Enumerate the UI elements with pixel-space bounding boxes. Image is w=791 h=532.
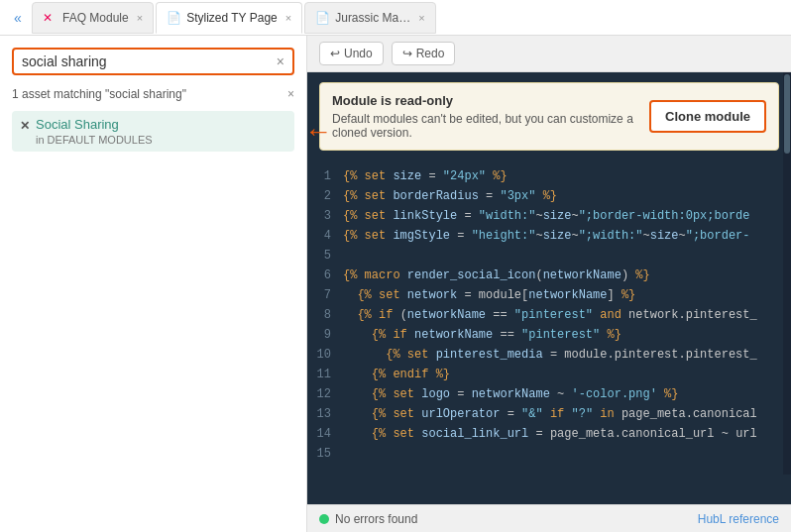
line-content: {% set linkStyle = "width:"~size~";borde…: [343, 206, 791, 226]
search-results-close-button[interactable]: ×: [287, 87, 294, 101]
code-line: 5: [307, 246, 791, 266]
tab-jurassic[interactable]: 📄 Jurassic Ma… ×: [304, 2, 435, 34]
result-location: in DEFAULT MODULES: [36, 134, 153, 146]
line-content: {% set logo = networkName ~ '-color.png'…: [343, 384, 791, 404]
line-number: 2: [307, 186, 343, 206]
code-line: 1 {% set size = "24px" %}: [307, 166, 791, 186]
tab-label: FAQ Module: [62, 11, 129, 25]
line-content: {% set social_link_url = page_meta.canon…: [343, 424, 791, 444]
line-content: {% set network = module[networkName] %}: [343, 285, 791, 305]
line-number: 6: [307, 266, 343, 285]
undo-icon: ↩: [330, 47, 340, 60]
scrollbar-thumb[interactable]: [784, 74, 790, 154]
code-area[interactable]: 1 {% set size = "24px" %} 2 {% set borde…: [307, 160, 791, 504]
search-input[interactable]: social sharing: [22, 53, 277, 69]
clone-module-button[interactable]: Clone module: [649, 100, 766, 133]
line-number: 15: [307, 444, 343, 464]
page-icon: 📄: [167, 11, 180, 25]
no-errors-label: No errors found: [335, 512, 417, 526]
tab-bar: « ✕ FAQ Module × 📄 Stylized TY Page × 📄 …: [0, 0, 791, 36]
banner-title: Module is read-only: [332, 93, 633, 108]
line-content: {% set urlOperator = "&" if "?" in page_…: [343, 404, 791, 424]
redo-label: Redo: [416, 47, 445, 60]
status-left: No errors found: [319, 512, 417, 526]
no-errors-dot: [319, 514, 329, 524]
search-results-info: 1 asset matching "social sharing" ×: [12, 87, 294, 101]
result-content: Social Sharing in DEFAULT MODULES: [36, 117, 153, 146]
line-number: 4: [307, 226, 343, 246]
line-number: 3: [307, 206, 343, 226]
tab-faq-module[interactable]: ✕ FAQ Module ×: [32, 2, 154, 34]
toolbar: ↩ Undo ↪ Redo: [307, 36, 791, 72]
redo-icon: ↪: [402, 47, 412, 60]
code-line: 9 {% if networkName == "pinterest" %}: [307, 325, 791, 345]
undo-label: Undo: [344, 47, 373, 60]
line-content: {% if (networkName == "pinterest" and ne…: [343, 305, 791, 325]
search-result-item[interactable]: ✕ Social Sharing in DEFAULT MODULES ←: [12, 111, 294, 152]
page-icon: 📄: [315, 11, 329, 25]
tab-label: Stylized TY Page: [186, 11, 278, 25]
line-number: 9: [307, 325, 343, 345]
main-layout: social sharing × 1 asset matching "socia…: [0, 36, 791, 532]
code-line: 13 {% set urlOperator = "&" if "?" in pa…: [307, 404, 791, 424]
code-line: 11 {% endif %}: [307, 365, 791, 384]
result-x-icon: ✕: [20, 119, 30, 133]
tab-label: Jurassic Ma…: [335, 11, 410, 25]
undo-button[interactable]: ↩ Undo: [319, 42, 384, 65]
banner-text-area: Module is read-only Default modules can'…: [332, 93, 633, 140]
code-line: 4 {% set imgStyle = "height:"~size~";wid…: [307, 226, 791, 246]
line-number: 11: [307, 365, 343, 384]
code-line: 2 {% set borderRadius = "3px" %}: [307, 186, 791, 206]
line-number: 14: [307, 424, 343, 444]
double-chevron-left-icon: «: [14, 10, 22, 26]
result-name[interactable]: Social Sharing: [36, 117, 153, 132]
hubl-reference-link[interactable]: HubL reference: [698, 512, 779, 526]
collapse-tabs-button[interactable]: «: [4, 4, 32, 32]
code-line: 14 {% set social_link_url = page_meta.ca…: [307, 424, 791, 444]
line-content: {% set pinterest_media = module.pinteres…: [343, 345, 791, 365]
line-number: 1: [307, 166, 343, 186]
line-number: 7: [307, 285, 343, 305]
line-number: 5: [307, 246, 343, 266]
line-number: 10: [307, 345, 343, 365]
tab-close-button[interactable]: ×: [137, 12, 143, 24]
status-bar: No errors found HubL reference: [307, 504, 791, 532]
tab-close-button[interactable]: ×: [418, 12, 424, 24]
code-line: 6 {% macro render_social_icon(networkNam…: [307, 266, 791, 285]
code-line: 10 {% set pinterest_media = module.pinte…: [307, 345, 791, 365]
scrollbar-track[interactable]: [783, 72, 791, 475]
line-content: {% endif %}: [343, 365, 791, 384]
line-number: 13: [307, 404, 343, 424]
line-content: {% if networkName == "pinterest" %}: [343, 325, 791, 345]
close-icon: ✕: [43, 11, 56, 25]
search-box: social sharing ×: [12, 48, 294, 75]
editor-area: Module is read-only Default modules can'…: [307, 72, 791, 504]
banner-description: Default modules can't be edited, but you…: [332, 112, 633, 140]
line-number: 8: [307, 305, 343, 325]
line-content: {% macro render_social_icon(networkName)…: [343, 266, 791, 285]
tab-close-button[interactable]: ×: [285, 12, 291, 24]
line-content: {% set borderRadius = "3px" %}: [343, 186, 791, 206]
code-line: 3 {% set linkStyle = "width:"~size~";bor…: [307, 206, 791, 226]
code-line: 8 {% if (networkName == "pinterest" and …: [307, 305, 791, 325]
left-panel: social sharing × 1 asset matching "socia…: [0, 36, 307, 532]
tab-stylized-ty-page[interactable]: 📄 Stylized TY Page ×: [156, 2, 302, 34]
readonly-banner: Module is read-only Default modules can'…: [319, 82, 779, 151]
code-line: 15: [307, 444, 791, 464]
line-number: 12: [307, 384, 343, 404]
redo-button[interactable]: ↪ Redo: [392, 42, 456, 65]
right-panel: ↩ Undo ↪ Redo Module is read-only Defaul…: [307, 36, 791, 532]
line-content: {% set size = "24px" %}: [343, 166, 791, 186]
code-line: 7 {% set network = module[networkName] %…: [307, 285, 791, 305]
line-content: {% set imgStyle = "height:"~size~";width…: [343, 226, 791, 246]
search-clear-button[interactable]: ×: [277, 53, 284, 69]
results-count-label: 1 asset matching "social sharing": [12, 87, 186, 101]
code-line: 12 {% set logo = networkName ~ '-color.p…: [307, 384, 791, 404]
